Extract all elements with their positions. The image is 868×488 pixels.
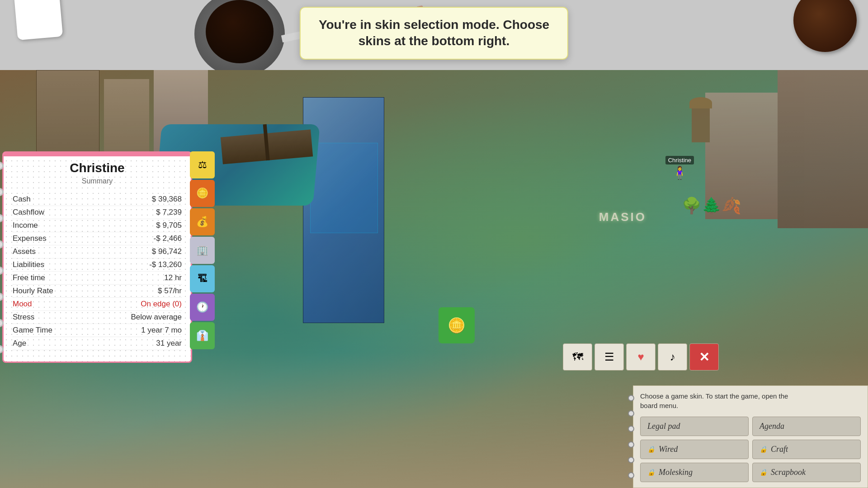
stat-label-3: Expenses: [13, 234, 47, 243]
stat-value-5: -$ 13,260: [149, 260, 182, 269]
christine-label: Christine: [665, 156, 694, 164]
tab-buttons-panel: ⚖ 🪙 💰 🏢 🏗 🕐 👔: [190, 151, 217, 349]
character-subtitle: Summary: [13, 177, 182, 185]
christine-figure: 🧍‍♀️: [665, 165, 694, 180]
coffee-saucer: [194, 0, 285, 77]
stat-value-1: $ 7,239: [156, 208, 182, 217]
spiral-ring-8: [0, 345, 4, 353]
skin-agenda-button[interactable]: Agenda: [752, 417, 861, 436]
notebook-ring-3: [628, 426, 634, 432]
spiral-ring-5: [0, 267, 4, 275]
stat-row-cashflow: Cashflow$ 7,239: [13, 206, 182, 219]
stat-label-10: Game Time: [13, 326, 52, 335]
wired-label: Wired: [659, 445, 678, 454]
coffee-top-right: [793, 0, 857, 52]
stat-row-game-time: Game Time1 year 7 mo: [13, 324, 182, 337]
agenda-label: Agenda: [760, 422, 784, 431]
notebook-rings: [628, 386, 634, 488]
tab-balance[interactable]: ⚖: [190, 151, 215, 178]
masio-sign: MASIO: [599, 210, 646, 224]
money-action-button[interactable]: 🪙: [439, 307, 475, 343]
stat-row-assets: Assets$ 96,742: [13, 245, 182, 258]
music-icon-button[interactable]: ♪: [658, 343, 687, 371]
stat-label-4: Assets: [13, 247, 36, 256]
skin-scrapbook-button[interactable]: 🔒 Scrapbook: [752, 463, 861, 482]
notebook-ring-4: [628, 441, 634, 448]
stat-value-3: -$ 2,466: [154, 234, 182, 243]
character-panel: Christine Summary Cash$ 39,368Cashflow$ …: [2, 151, 192, 363]
notebook-ring-6: [628, 472, 634, 479]
coffee-cup-inner: [206, 0, 274, 63]
tab-time[interactable]: 🕐: [190, 294, 215, 321]
stat-row-mood: MoodOn edge (0): [13, 298, 182, 311]
tab-income[interactable]: 💰: [190, 208, 215, 235]
panel-top-bar: [4, 153, 191, 156]
scrapbook-label: Scrapbook: [771, 468, 806, 477]
map-icon-button[interactable]: 🗺: [563, 343, 592, 371]
close-icon: ✕: [699, 350, 709, 365]
spiral-binding: [0, 162, 4, 353]
stats-section: Cash$ 39,368Cashflow$ 7,239Income$ 9,705…: [13, 191, 182, 352]
stat-label-8: Mood: [13, 300, 32, 309]
skin-panel-description: Choose a game skin. To start the game, o…: [640, 391, 861, 410]
skin-panel-inner: Choose a game skin. To start the game, o…: [633, 386, 868, 488]
stat-row-hourly-rate: Hourly Rate$ 57/hr: [13, 285, 182, 298]
legal-pad-label: Legal pad: [647, 422, 680, 431]
spiral-ring-7: [0, 319, 4, 327]
skin-mode-tooltip: You're in skin selection mode. Chooseski…: [300, 7, 568, 60]
craft-label: Craft: [771, 445, 788, 454]
heart-icon: ♥: [637, 351, 644, 363]
wired-lock-icon: 🔒: [647, 446, 655, 453]
close-button[interactable]: ✕: [689, 343, 719, 371]
skin-craft-button[interactable]: 🔒 Craft: [752, 440, 861, 459]
scrapbook-lock-icon: 🔒: [760, 469, 767, 476]
action-icons-bar: 🗺 ☰ ♥ ♪ ✕: [563, 343, 719, 371]
stat-value-9: Below average: [131, 313, 182, 322]
skin-molesking-button[interactable]: 🔒 Molesking: [640, 463, 749, 482]
stat-row-cash: Cash$ 39,368: [13, 193, 182, 206]
stat-row-stress: StressBelow average: [13, 311, 182, 324]
list-icon-button[interactable]: ☰: [594, 343, 624, 371]
tab-assets[interactable]: 🏢: [190, 237, 215, 264]
stat-label-0: Cash: [13, 195, 31, 204]
stat-label-6: Free time: [13, 273, 45, 282]
stat-value-2: $ 9,705: [156, 221, 182, 230]
notebook-ring-2: [628, 410, 634, 417]
stat-row-free-time: Free time12 hr: [13, 272, 182, 285]
skin-legal-pad-button[interactable]: Legal pad: [640, 417, 749, 436]
stat-value-11: 31 year: [156, 339, 182, 348]
stat-value-0: $ 39,368: [152, 195, 182, 204]
skin-selection-panel: Choose a game skin. To start the game, o…: [633, 385, 868, 488]
stat-row-expenses: Expenses-$ 2,466: [13, 232, 182, 245]
stat-row-liabilities: Liabilities-$ 13,260: [13, 258, 182, 272]
spiral-ring-2: [0, 188, 4, 196]
spiral-ring-1: [0, 162, 4, 170]
tower-screen: [310, 143, 378, 233]
notebook-ring-5: [628, 457, 634, 463]
stat-value-10: 1 year 7 mo: [141, 326, 182, 335]
craft-lock-icon: 🔒: [760, 446, 767, 453]
character-name: Christine: [13, 161, 182, 175]
skin-grid: Legal pad Agenda 🔒 Wired 🔒 Craft 🔒 Moles…: [640, 417, 861, 482]
spiral-ring-3: [0, 214, 4, 222]
tab-cash[interactable]: 🪙: [190, 180, 215, 207]
music-icon: ♪: [670, 351, 675, 363]
tab-buildings[interactable]: 🏗: [190, 265, 215, 292]
stat-label-7: Hourly Rate: [13, 286, 53, 296]
coins-icon: 🪙: [448, 317, 466, 334]
water-tower: [692, 106, 710, 142]
christine-character: Christine 🧍‍♀️: [665, 156, 694, 180]
stat-label-2: Income: [13, 221, 38, 230]
building-right-1: [778, 70, 868, 228]
stat-label-9: Stress: [13, 313, 34, 322]
heart-icon-button[interactable]: ♥: [626, 343, 656, 371]
molesking-label: Molesking: [659, 468, 693, 477]
airpods-lid: [22, 1, 51, 26]
stat-row-age: Age31 year: [13, 337, 182, 350]
skin-wired-button[interactable]: 🔒 Wired: [640, 440, 749, 459]
list-icon: ☰: [604, 351, 614, 363]
spiral-ring-4: [0, 240, 4, 249]
tab-career[interactable]: 👔: [190, 322, 215, 349]
stat-label-5: Liabilities: [13, 260, 44, 269]
stat-label-11: Age: [13, 339, 26, 348]
